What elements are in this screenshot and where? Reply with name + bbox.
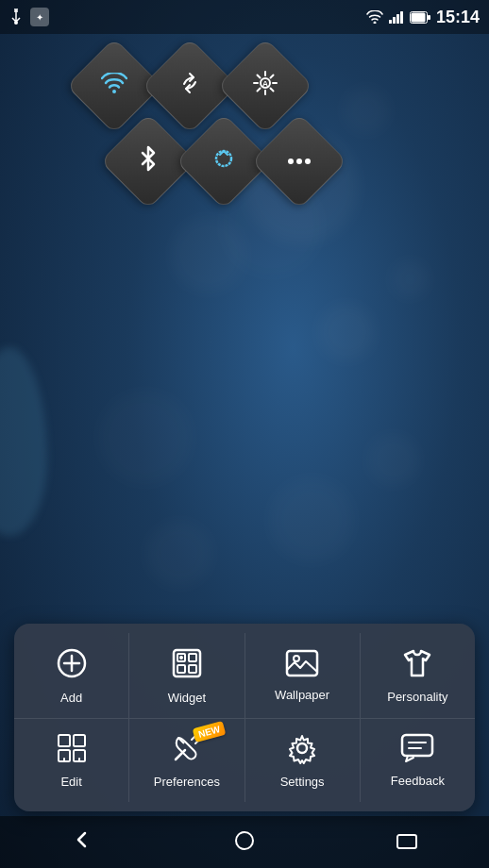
back-button[interactable] <box>52 821 112 864</box>
svg-line-42 <box>176 750 185 760</box>
fish-decoration <box>0 347 47 536</box>
svg-point-9 <box>112 90 116 93</box>
nav-bar <box>0 816 489 868</box>
svg-point-21 <box>288 159 294 164</box>
svg-point-1 <box>373 22 376 25</box>
plus-circle-icon <box>55 646 89 685</box>
recent-button[interactable] <box>377 822 437 863</box>
app-icon: ✦ <box>30 8 49 26</box>
svg-point-34 <box>294 656 299 661</box>
personality-label: Personality <box>387 690 447 704</box>
status-time: 15:14 <box>436 8 480 27</box>
svg-rect-7 <box>428 15 430 20</box>
status-right-icons: 15:14 <box>366 8 480 27</box>
widget-row-2 <box>114 127 333 195</box>
shirt-icon <box>401 647 433 684</box>
gear-icon <box>286 732 318 769</box>
add-label: Add <box>60 691 82 705</box>
svg-rect-36 <box>74 735 85 746</box>
svg-rect-30 <box>177 665 185 673</box>
svg-point-0 <box>14 21 18 25</box>
svg-rect-5 <box>400 11 403 24</box>
personality-button[interactable]: Personality <box>361 633 475 718</box>
menu-row-2: Edit NEW Preferences <box>14 718 475 802</box>
svg-rect-33 <box>287 651 317 676</box>
wallpaper-label: Wallpaper <box>275 688 329 702</box>
svg-text:A: A <box>262 79 269 89</box>
svg-point-20 <box>216 151 231 166</box>
svg-line-17 <box>271 75 274 78</box>
svg-rect-2 <box>389 20 392 24</box>
grid-icon <box>56 732 88 769</box>
widget-icon <box>170 646 204 685</box>
svg-line-15 <box>258 75 261 78</box>
svg-line-16 <box>271 89 274 92</box>
svg-rect-4 <box>396 14 399 24</box>
svg-rect-8 <box>411 12 425 22</box>
signal-icon <box>389 10 404 24</box>
svg-rect-29 <box>189 654 196 661</box>
bottom-menu: Add Widget <box>14 624 475 811</box>
svg-rect-48 <box>397 835 416 848</box>
menu-row-1: Add Widget <box>14 633 475 718</box>
home-button[interactable] <box>216 822 273 863</box>
settings-button[interactable]: Settings <box>245 719 361 802</box>
svg-rect-44 <box>402 735 432 756</box>
svg-point-32 <box>179 656 183 659</box>
svg-rect-35 <box>59 735 70 746</box>
usb-icon <box>9 8 23 25</box>
svg-point-47 <box>236 832 253 849</box>
svg-point-23 <box>305 159 311 164</box>
status-bar: ✦ 15:14 <box>0 0 489 34</box>
image-icon <box>285 649 319 682</box>
feedback-label: Feedback <box>391 774 445 788</box>
widgets-area: A <box>80 52 333 195</box>
svg-rect-3 <box>393 17 396 24</box>
widget-label: Widget <box>168 691 206 705</box>
chat-icon <box>400 733 434 768</box>
settings-label: Settings <box>280 775 325 789</box>
edit-button[interactable]: Edit <box>14 719 129 802</box>
widget-row-1: A <box>80 52 333 120</box>
preferences-button[interactable]: NEW Preferences <box>129 719 244 802</box>
feedback-button[interactable]: Feedback <box>361 719 475 802</box>
preferences-label: Preferences <box>154 775 220 789</box>
battery-icon <box>410 11 430 24</box>
new-badge: NEW <box>193 721 227 743</box>
edit-label: Edit <box>60 775 81 789</box>
svg-rect-31 <box>189 665 196 673</box>
widget-button[interactable]: Widget <box>129 633 244 718</box>
wifi-status-icon <box>366 10 383 24</box>
svg-point-22 <box>296 159 302 164</box>
svg-point-43 <box>297 743 307 753</box>
status-left-icons: ✦ <box>9 8 49 26</box>
wallpaper-button[interactable]: Wallpaper <box>245 633 361 718</box>
add-button[interactable]: Add <box>14 633 129 718</box>
svg-line-18 <box>258 89 261 92</box>
